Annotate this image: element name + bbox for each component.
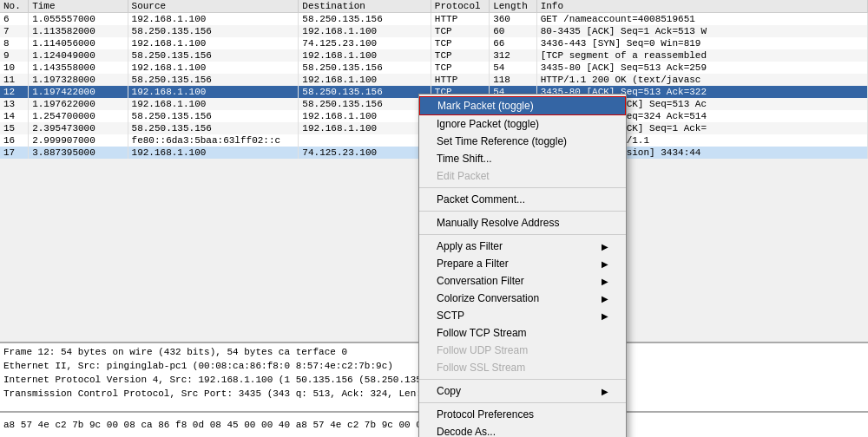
table-cell: 58.250.135.156	[299, 62, 431, 74]
context-menu-item-label: Conversation Filter	[437, 275, 524, 287]
table-cell: fe80::6da3:5baa:63lff02::c	[128, 134, 299, 147]
table-cell: 192.168.1.100	[128, 86, 299, 98]
col-no: No.	[0, 0, 29, 13]
context-menu-item-label: Prepare a Filter	[437, 258, 509, 270]
table-cell: 3435-80 [ACK] Seq=513 Ack=259	[536, 62, 867, 74]
context-menu-item-ignore-packet[interactable]: Ignore Packet (toggle)	[419, 115, 626, 133]
table-cell: 15	[0, 122, 29, 134]
context-menu-item-decode-as[interactable]: Decode As...	[419, 423, 626, 437]
context-menu-item-label: Copy	[437, 385, 461, 397]
context-menu-item-label: Decode As...	[437, 426, 496, 437]
submenu-arrow-icon: ▶	[602, 387, 608, 396]
context-menu-item-label: Set Time Reference (toggle)	[437, 135, 567, 147]
context-menu-separator	[419, 187, 626, 188]
context-menu-item-copy[interactable]: Copy▶	[419, 382, 626, 400]
col-source: Source	[128, 0, 299, 13]
table-row[interactable]: 81.114056000192.168.1.10074.125.23.100TC…	[0, 37, 868, 49]
table-cell: TCP	[431, 62, 489, 74]
table-cell: 80-3435 [ACK] Seq=1 Ack=513 W	[536, 25, 867, 37]
col-len: Length	[490, 0, 536, 13]
submenu-arrow-icon: ▶	[602, 259, 608, 269]
context-menu-item-follow-tcp[interactable]: Follow TCP Stream	[419, 324, 626, 342]
table-cell: 58.250.135.156	[299, 86, 431, 98]
table-cell: 1.197422000	[29, 86, 128, 98]
context-menu-item-colorize-conversation[interactable]: Colorize Conversation▶	[419, 290, 626, 307]
table-cell: 360	[490, 13, 536, 26]
table-cell: 192.168.1.100	[128, 62, 299, 74]
table-cell: 1.143558000	[29, 62, 128, 74]
context-menu-item-mark-packet[interactable]: Mark Packet (toggle)	[419, 96, 626, 115]
context-menu-item-label: Apply as Filter	[437, 240, 503, 252]
table-cell: 1.197622000	[29, 98, 128, 110]
table-cell: 13	[0, 98, 29, 110]
table-cell: 118	[490, 74, 536, 86]
context-menu-item-label: Mark Packet (toggle)	[437, 100, 534, 112]
table-cell: 2.395473000	[29, 122, 128, 134]
context-menu-item-sctp[interactable]: SCTP▶	[419, 307, 626, 324]
table-row[interactable]: 101.143558000192.168.1.10058.250.135.156…	[0, 62, 868, 74]
table-cell: 11	[0, 74, 29, 86]
table-cell: 17	[0, 147, 29, 159]
context-menu-item-prepare-filter[interactable]: Prepare a Filter▶	[419, 255, 626, 272]
table-cell: 12	[0, 86, 29, 98]
context-menu-item-conversation-filter[interactable]: Conversation Filter▶	[419, 272, 626, 290]
table-cell: [TCP segment of a reassembled	[536, 49, 867, 62]
table-cell: 58.250.135.156	[128, 110, 299, 122]
context-menu: Mark Packet (toggle)Ignore Packet (toggl…	[418, 94, 627, 437]
table-cell: 16	[0, 134, 29, 147]
context-menu-item-label: Follow UDP Stream	[437, 344, 528, 356]
context-menu-item-label: Protocol Preferences	[437, 408, 534, 421]
table-cell: 3436-443 [SYN] Seq=0 Win=819	[536, 37, 867, 49]
table-cell: 192.168.1.100	[128, 37, 299, 49]
context-menu-item-label: Follow SSL Stream	[437, 362, 525, 374]
table-cell: 1.254700000	[29, 110, 128, 122]
table-cell: 2.999907000	[29, 134, 128, 147]
table-cell: 192.168.1.100	[299, 110, 431, 122]
table-cell: 1.055557000	[29, 13, 128, 26]
context-menu-item-protocol-preferences[interactable]: Protocol Preferences	[419, 406, 626, 423]
context-menu-item-follow-ssl[interactable]: Follow SSL Stream	[419, 359, 626, 376]
context-menu-item-apply-as-filter[interactable]: Apply as Filter▶	[419, 238, 626, 255]
table-cell: 192.168.1.100	[128, 13, 299, 26]
table-cell: 192.168.1.100	[128, 147, 299, 159]
table-row[interactable]: 91.12404900058.250.135.156192.168.1.100T…	[0, 49, 868, 62]
table-cell: 1.114056000	[29, 37, 128, 49]
table-cell: TCP	[431, 25, 489, 37]
table-cell: 54	[490, 62, 536, 74]
context-menu-separator	[419, 211, 626, 212]
submenu-arrow-icon: ▶	[602, 277, 608, 286]
table-cell: 1.124049000	[29, 49, 128, 62]
context-menu-item-label: Colorize Conversation	[437, 292, 539, 304]
table-cell: 58.250.135.156	[128, 74, 299, 86]
submenu-arrow-icon: ▶	[602, 242, 608, 251]
table-cell: TCP	[431, 37, 489, 49]
context-menu-item-packet-comment[interactable]: Packet Comment...	[419, 191, 626, 208]
context-menu-item-follow-udp[interactable]: Follow UDP Stream	[419, 342, 626, 359]
table-row[interactable]: 71.11358200058.250.135.156192.168.1.100T…	[0, 25, 868, 37]
table-cell: 1.113582000	[29, 25, 128, 37]
context-menu-item-time-shift[interactable]: Time Shift...	[419, 150, 626, 167]
context-menu-item-edit-packet[interactable]: Edit Packet	[419, 167, 626, 185]
table-cell: 192.168.1.100	[299, 49, 431, 62]
table-row[interactable]: 61.055557000192.168.1.10058.250.135.156H…	[0, 13, 868, 26]
table-cell: GET /nameaccount=4008519651	[536, 13, 867, 26]
table-cell: 1.197328000	[29, 74, 128, 86]
table-header-row: No. Time Source Destination Protocol Len…	[0, 0, 868, 13]
context-menu-item-label: Time Shift...	[437, 153, 492, 165]
table-cell: HTTP	[431, 74, 489, 86]
context-menu-item-label: Packet Comment...	[437, 193, 525, 205]
table-cell: 10	[0, 62, 29, 74]
table-cell: 3.887395000	[29, 147, 128, 159]
table-cell: 58.250.135.156	[128, 49, 299, 62]
context-menu-item-label: SCTP	[437, 310, 464, 322]
table-cell: HTTP	[431, 13, 489, 26]
context-menu-item-label: Edit Packet	[437, 170, 490, 182]
table-cell: TCP	[431, 49, 489, 62]
table-row[interactable]: 111.19732800058.250.135.156192.168.1.100…	[0, 74, 868, 86]
table-cell: 9	[0, 49, 29, 62]
context-menu-item-label: Manually Resolve Address	[437, 217, 559, 229]
context-menu-item-set-time-reference[interactable]: Set Time Reference (toggle)	[419, 133, 626, 150]
submenu-arrow-icon: ▶	[602, 294, 608, 303]
table-cell: 74.125.23.100	[299, 147, 431, 159]
context-menu-item-manually-resolve[interactable]: Manually Resolve Address	[419, 214, 626, 232]
